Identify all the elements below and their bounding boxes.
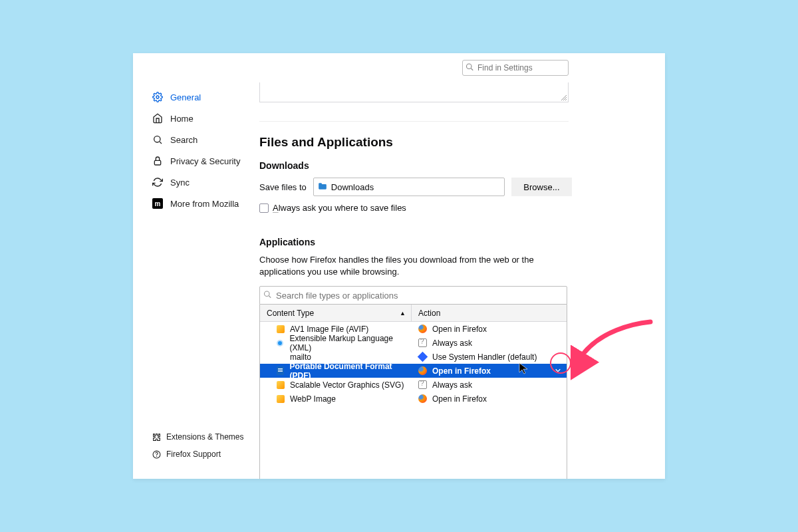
- sidebar-item-search[interactable]: Search: [152, 129, 259, 150]
- save-files-row: Save files to Downloads Browse...: [259, 178, 572, 196]
- sidebar-item-label: Privacy & Security: [170, 156, 240, 166]
- find-in-settings-input[interactable]: [462, 60, 569, 76]
- sidebar-item-sync[interactable]: Sync: [152, 172, 259, 193]
- applications-heading: Applications: [259, 237, 572, 247]
- sidebar-item-label: More from Mozilla: [170, 199, 239, 209]
- svg-line-4: [160, 142, 162, 144]
- sidebar-item-label: Search: [170, 135, 198, 145]
- image-file-icon: [276, 325, 285, 333]
- table-row-selected[interactable]: Portable Document Format (PDF) Open in F…: [260, 364, 567, 378]
- sidebar-item-label: General: [170, 92, 201, 102]
- sidebar-item-privacy[interactable]: Privacy & Security: [152, 150, 259, 172]
- search-icon: [466, 63, 473, 73]
- svg-point-8: [265, 291, 270, 297]
- sidebar-item-support[interactable]: Firefox Support: [152, 446, 259, 463]
- applications-description: Choose how Firefox handles the files you…: [259, 254, 565, 278]
- svg-rect-5: [154, 160, 160, 165]
- mozilla-icon: m: [152, 198, 164, 209]
- svg-point-2: [156, 96, 159, 98]
- table-header: Content Type ▲ Action: [260, 305, 567, 322]
- save-path-input[interactable]: Downloads: [313, 178, 505, 196]
- browse-button[interactable]: Browse...: [511, 178, 572, 196]
- table-row[interactable]: WebP Image Open in Firefox: [260, 392, 567, 406]
- table-row[interactable]: Scalable Vector Graphics (SVG) Always as…: [260, 378, 567, 392]
- chevron-down-icon[interactable]: [555, 367, 561, 375]
- lock-icon: [152, 155, 164, 167]
- always-ask-row[interactable]: AAlways ask you where to save fileslways…: [259, 203, 572, 213]
- svg-point-0: [467, 64, 472, 69]
- sidebar-item-label: Extensions & Themes: [166, 432, 244, 442]
- sync-icon: [152, 176, 164, 188]
- ask-icon: [418, 380, 427, 389]
- filetype-search-input[interactable]: [259, 286, 567, 305]
- filetype-table: Content Type ▲ Action AV1 Image File (AV…: [259, 305, 567, 479]
- search-icon: [152, 134, 164, 146]
- sidebar-item-extensions[interactable]: Extensions & Themes: [152, 428, 259, 446]
- main-pane: Files and Applications Downloads Save fi…: [259, 82, 665, 479]
- always-ask-label: AAlways ask you where to save fileslways…: [273, 203, 406, 213]
- language-box-partial: [259, 82, 569, 102]
- svg-point-7: [156, 456, 157, 456]
- svg-line-9: [269, 296, 271, 298]
- sidebar-item-general[interactable]: General: [152, 86, 259, 108]
- column-content-type[interactable]: Content Type ▲: [260, 305, 412, 321]
- pdf-file-icon: [276, 366, 285, 375]
- search-icon: [263, 291, 271, 301]
- folder-icon: [318, 182, 327, 192]
- blank-icon: [276, 352, 285, 361]
- image-file-icon: [276, 394, 285, 403]
- firefox-icon: [418, 394, 427, 403]
- sidebar-item-label: Firefox Support: [166, 450, 221, 459]
- find-in-settings-wrap: [462, 60, 569, 76]
- sidebar-top: General Home Search: [152, 86, 259, 428]
- column-action[interactable]: Action: [412, 309, 567, 318]
- section-title: Files and Applications: [259, 135, 572, 150]
- sidebar-item-mozilla[interactable]: m More from Mozilla: [152, 193, 259, 214]
- image-file-icon: [276, 380, 285, 389]
- settings-window: General Home Search: [133, 53, 665, 479]
- table-row[interactable]: Extensible Markup Language (XML) Always …: [260, 336, 567, 350]
- svg-line-1: [471, 68, 473, 70]
- content-area: General Home Search: [133, 53, 665, 479]
- save-files-label: Save files to: [259, 182, 307, 192]
- section-separator: [259, 121, 569, 122]
- system-handler-icon: [418, 352, 427, 361]
- sidebar-item-label: Sync: [170, 178, 190, 188]
- sidebar-bottom: Extensions & Themes Firefox Support: [152, 428, 259, 472]
- puzzle-icon: [152, 432, 161, 442]
- sidebar-item-home[interactable]: Home: [152, 108, 259, 129]
- question-icon: [152, 450, 161, 459]
- svg-point-3: [154, 136, 160, 142]
- resize-handle-icon: [561, 95, 567, 100]
- firefox-icon: [418, 325, 427, 333]
- downloads-heading: Downloads: [259, 160, 572, 171]
- always-ask-checkbox[interactable]: [259, 203, 269, 213]
- sidebar: General Home Search: [133, 82, 259, 479]
- save-path-value: Downloads: [331, 182, 374, 192]
- ask-icon: [418, 338, 427, 347]
- sidebar-item-label: Home: [170, 114, 194, 124]
- home-icon: [152, 112, 164, 124]
- filetype-search-wrap: [259, 286, 567, 305]
- firefox-icon: [418, 366, 427, 375]
- xml-file-icon: [276, 338, 284, 347]
- gear-icon: [152, 91, 164, 103]
- sort-asc-icon: ▲: [400, 310, 406, 317]
